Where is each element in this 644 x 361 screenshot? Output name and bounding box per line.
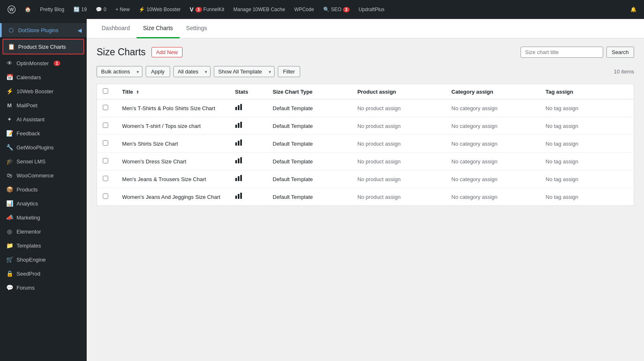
sidebar-item-analytics[interactable]: 📊 Analytics xyxy=(0,196,87,210)
sidebar-item-getwoo[interactable]: 🔧 GetWooPlugins xyxy=(0,140,87,154)
sidebar-item-products[interactable]: 📦 Products xyxy=(0,182,87,196)
row-checkbox-2[interactable] xyxy=(103,140,108,146)
wpcode-bar[interactable]: WPCode xyxy=(291,5,317,14)
header-product-assign: Product assign xyxy=(352,84,446,99)
tab-size-charts[interactable]: Size Charts xyxy=(137,19,180,38)
home-icon[interactable]: 🏠 xyxy=(21,5,34,14)
search-input[interactable] xyxy=(521,47,603,58)
forums-icon: 💬 xyxy=(6,284,13,291)
site-name[interactable]: Pretty Blog xyxy=(37,5,68,14)
filters-bar: Bulk actions Apply All dates Show All Te… xyxy=(97,66,634,77)
tab-dashboard[interactable]: Dashboard xyxy=(95,19,137,38)
sidebar-item-templates[interactable]: 📁 Templates xyxy=(0,238,87,252)
row-product-assign-5: No product assign xyxy=(352,188,446,206)
stats-bar-icon-0[interactable] xyxy=(235,105,242,112)
tab-settings[interactable]: Settings xyxy=(180,19,214,38)
sidebar-label-optinmonster: OptinMonster xyxy=(17,60,49,66)
row-title-text-4[interactable]: Men's Jeans & Trousers Size Chart xyxy=(122,176,206,182)
row-checkbox-4[interactable] xyxy=(103,176,108,181)
sidebar-label-sensei: Sensei LMS xyxy=(17,158,45,165)
show-all-template-select[interactable]: Show All Template xyxy=(214,66,275,77)
row-checkbox-5[interactable] xyxy=(103,193,108,199)
stats-bar-icon-1[interactable] xyxy=(235,123,242,130)
table-header-row: Title ⬆ Stats Size Chart Type Product as… xyxy=(97,84,634,99)
row-type-4: Default Template xyxy=(267,170,352,188)
sidebar-item-mailpoet[interactable]: M MailPoet xyxy=(0,98,87,112)
row-stats-5 xyxy=(229,188,267,206)
row-title-text-3[interactable]: Women's Dress Size Chart xyxy=(122,158,186,165)
sidebar-item-woocommerce[interactable]: 🛍 WooCommerce xyxy=(0,168,87,182)
row-product-assign-0: No product assign xyxy=(352,99,446,117)
filter-button[interactable]: Filter xyxy=(278,66,301,77)
row-title-text-5[interactable]: Women's Jeans And Jeggings Size Chart xyxy=(122,194,220,200)
sidebar-item-ai-assistant[interactable]: ✦ AI Assistant xyxy=(0,112,87,126)
sidebar-label-woocommerce: WooCommerce xyxy=(17,172,54,179)
sidebar-label-10web-booster: 10Web Booster xyxy=(17,88,53,94)
seo-bar[interactable]: 🔍 SEO 3 xyxy=(320,5,353,14)
row-product-assign-3: No product assign xyxy=(352,153,446,170)
apply-button[interactable]: Apply xyxy=(146,66,170,77)
sidebar-item-calendars[interactable]: 📅 Calendars xyxy=(0,70,87,84)
10web-booster-bar[interactable]: ⚡ 10Web Booster xyxy=(135,5,184,14)
sidebar-item-marketing[interactable]: 📣 Marketing xyxy=(0,210,87,224)
sidebar-label-analytics: Analytics xyxy=(17,201,38,207)
row-category-assign-5: No category assign xyxy=(446,188,540,206)
row-type-3: Default Template xyxy=(267,153,352,170)
row-title-text-2[interactable]: Men's Shirts Size Chart xyxy=(122,141,178,147)
bulk-actions-select[interactable]: Bulk actions xyxy=(97,66,142,77)
sidebar-item-feedback[interactable]: 📝 Feedback xyxy=(0,126,87,140)
row-checkbox-cell-5 xyxy=(97,188,116,206)
svg-rect-10 xyxy=(240,139,242,146)
new-content[interactable]: + New xyxy=(112,5,133,14)
sidebar-item-product-size-charts[interactable]: 📋 Product Size Charts xyxy=(2,39,84,54)
row-stats-0 xyxy=(229,99,267,117)
row-checkbox-cell-4 xyxy=(97,170,116,188)
row-title-text-0[interactable]: Men's T-Shirts & Polo Shirts Size Chart xyxy=(122,105,215,111)
row-category-assign-4: No category assign xyxy=(446,170,540,188)
svg-rect-17 xyxy=(235,196,237,199)
calendars-icon: 📅 xyxy=(6,73,13,81)
row-product-assign-4: No product assign xyxy=(352,170,446,188)
table-row: Women's Jeans And Jeggings Size Chart De… xyxy=(97,188,634,206)
table-row: Women's Dress Size Chart Default Templat… xyxy=(97,153,634,170)
funnelkit-bar[interactable]: V 3 FunnelKit xyxy=(187,5,228,14)
notifications-bell[interactable]: 🔔 xyxy=(627,5,640,14)
row-checkbox-0[interactable] xyxy=(103,105,108,110)
svg-rect-18 xyxy=(238,194,239,199)
row-type-1: Default Template xyxy=(267,117,352,135)
updates[interactable]: 🔄 19 xyxy=(70,5,90,14)
sidebar-item-optinmonster[interactable]: 👁 OptinMonster 1 xyxy=(0,56,87,70)
10web-cache-bar[interactable]: Manage 10WEB Cache xyxy=(230,5,288,14)
row-title-text-1[interactable]: Women's T-shirt / Tops size chart xyxy=(122,123,201,129)
sidebar-item-sensei[interactable]: 🎓 Sensei LMS xyxy=(0,154,87,168)
row-checkbox-cell-0 xyxy=(97,99,116,117)
stats-bar-icon-3[interactable] xyxy=(235,158,242,165)
table-row: Men's T-Shirts & Polo Shirts Size Chart … xyxy=(97,99,634,117)
sidebar-item-elementor[interactable]: ◎ Elementor xyxy=(0,224,87,238)
select-all-checkbox[interactable] xyxy=(103,88,108,94)
updraft-bar[interactable]: UpdraftPlus xyxy=(355,5,388,14)
sidebar-item-10web-booster[interactable]: ⚡ 10Web Booster xyxy=(0,84,87,98)
all-dates-select[interactable]: All dates xyxy=(173,66,211,77)
sidebar-item-forums[interactable]: 💬 Forums xyxy=(0,281,87,295)
stats-bar-icon-5[interactable] xyxy=(235,194,242,201)
search-button[interactable]: Search xyxy=(606,47,634,58)
stats-bar-icon-2[interactable] xyxy=(235,141,242,148)
comments[interactable]: 💬 0 xyxy=(92,5,110,14)
add-new-button[interactable]: Add New xyxy=(152,47,182,57)
header-tag-assign: Tag assign xyxy=(540,84,634,99)
sidebar-item-seedprod[interactable]: 🔒 SeedProd xyxy=(0,267,87,281)
sidebar-item-shopengine[interactable]: 🛒 ShopEngine xyxy=(0,252,87,267)
row-checkbox-3[interactable] xyxy=(103,158,108,163)
sub-navigation: Dashboard Size Charts Settings xyxy=(87,19,644,38)
row-checkbox-1[interactable] xyxy=(103,123,108,128)
sidebar-label-forums: Forums xyxy=(17,285,35,291)
wp-logo[interactable]: W xyxy=(4,4,19,15)
sidebar: ⬡ DotStore Plugins ◀ 📋 Product Size Char… xyxy=(0,19,87,361)
svg-rect-16 xyxy=(240,175,242,181)
stats-bar-icon-4[interactable] xyxy=(235,176,242,183)
templates-icon: 📁 xyxy=(6,242,13,249)
svg-rect-5 xyxy=(235,125,237,128)
sidebar-item-dotstore[interactable]: ⬡ DotStore Plugins ◀ xyxy=(0,23,87,37)
analytics-icon: 📊 xyxy=(6,200,13,207)
